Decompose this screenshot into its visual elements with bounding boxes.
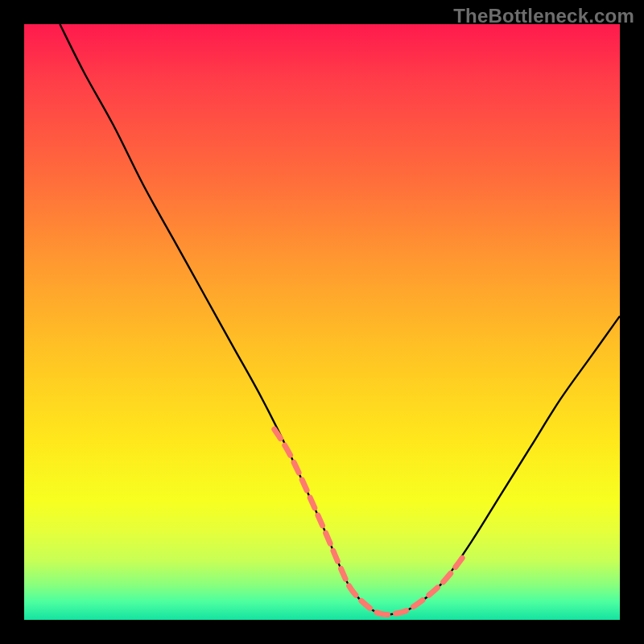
chart-frame: TheBottleneck.com	[0, 0, 644, 644]
highlight-dashes	[275, 429, 465, 614]
watermark-text: TheBottleneck.com	[453, 5, 634, 27]
bottleneck-curve	[60, 24, 620, 615]
chart-svg	[24, 24, 620, 620]
plot-area	[24, 24, 620, 620]
